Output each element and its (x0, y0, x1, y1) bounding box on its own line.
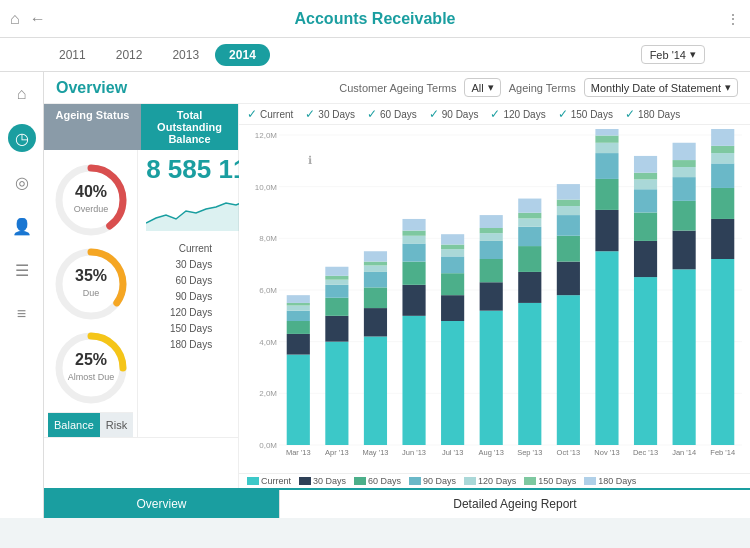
topbar: ⌂ ← Accounts Receivable ⋮ (0, 0, 750, 38)
year-tabs: 2011 2012 2013 2014 Feb '14 ▾ (0, 38, 750, 72)
bar-chart-area (239, 125, 750, 473)
month-select[interactable]: Feb '14 ▾ (641, 45, 705, 64)
sidebar-home-icon[interactable]: ⌂ (8, 80, 36, 108)
total-outstanding-header: Total Outstanding Balance (141, 104, 238, 150)
year-tab-2013[interactable]: 2013 (158, 44, 213, 66)
svg-text:Due: Due (82, 288, 99, 298)
balance-tab[interactable]: Balance (48, 413, 100, 437)
legend-30days: ✓ 30 Days (305, 107, 355, 121)
home-icon[interactable]: ⌂ (10, 10, 20, 28)
sidebar: ⌂ ◷ ◎ 👤 ☰ ≡ (0, 72, 44, 518)
right-panel: ✓ Current ✓ 30 Days ✓ 60 Days ✓ 90 Days … (239, 104, 750, 488)
ageing-terms2-label: Ageing Terms (509, 82, 576, 94)
legend-180days: ✓ 180 Days (625, 107, 680, 121)
ageing-terms-label: Customer Ageing Terms (339, 82, 456, 94)
year-tab-2012[interactable]: 2012 (102, 44, 157, 66)
content-area: Overview Customer Ageing Terms All ▾ Age… (44, 72, 750, 518)
chevron-down-icon: ▾ (690, 48, 696, 61)
legend-120days: ✓ 120 Days (490, 107, 545, 121)
legend-150days: ✓ 150 Days (558, 107, 613, 121)
footer-tabs: Overview Detailed Ageing Report (44, 488, 750, 518)
chevron-down-icon: ▾ (725, 81, 731, 94)
panels: Ageing Status Total Outstanding Balance (44, 104, 750, 488)
footer-tab-overview[interactable]: Overview (44, 490, 279, 518)
year-tab-2014[interactable]: 2014 (215, 44, 270, 66)
sidebar-user-icon[interactable]: 👤 (8, 212, 36, 240)
sidebar-clock-icon[interactable]: ◷ (8, 124, 36, 152)
sidebar-list-icon[interactable]: ☰ (8, 256, 36, 284)
svg-text:40%: 40% (75, 183, 107, 200)
footer-tab-detailed[interactable]: Detailed Ageing Report (279, 490, 750, 518)
ageing-terms-select[interactable]: All ▾ (464, 78, 500, 97)
content-header: Overview Customer Ageing Terms All ▾ Age… (44, 72, 750, 104)
svg-text:25%: 25% (75, 351, 107, 368)
legend-current: ✓ Current (247, 107, 293, 121)
year-tab-2011[interactable]: 2011 (45, 44, 100, 66)
left-panel: Ageing Status Total Outstanding Balance (44, 104, 239, 488)
almost-due-gauge: 25% Almost Due (51, 328, 131, 408)
svg-text:Overdue: Overdue (73, 204, 108, 214)
bar-chart-canvas (243, 129, 746, 473)
svg-text:Almost Due: Almost Due (67, 372, 114, 382)
legend-60days: ✓ 60 Days (367, 107, 417, 121)
chevron-down-icon: ▾ (488, 81, 494, 94)
nav-icons: ⌂ ← (10, 10, 46, 28)
overdue-gauge: 40% Overdue (51, 160, 131, 240)
ageing-status-header: Ageing Status (44, 104, 141, 150)
back-icon[interactable]: ← (30, 10, 46, 28)
section-title: Overview (56, 79, 127, 97)
svg-text:35%: 35% (75, 267, 107, 284)
chart-swatch-legend: Current 30 Days 60 Days 90 Days 120 Days (239, 473, 750, 488)
page-title: Accounts Receivable (295, 10, 456, 28)
panel-header-row: Ageing Status Total Outstanding Balance (44, 104, 238, 150)
legend-90days: ✓ 90 Days (429, 107, 479, 121)
sidebar-compass-icon[interactable]: ◎ (8, 168, 36, 196)
ageing-terms2-select[interactable]: Monthly Date of Statement ▾ (584, 78, 738, 97)
main-content: ⌂ ◷ ◎ 👤 ☰ ≡ Overview Customer Ageing Ter… (0, 72, 750, 518)
due-gauge: 35% Due (51, 244, 131, 324)
corner-menu-icon[interactable]: ⋮ (726, 11, 740, 27)
risk-tab[interactable]: Risk (100, 413, 133, 437)
sidebar-menu-icon[interactable]: ≡ (8, 300, 36, 328)
filter-row: Customer Ageing Terms All ▾ Ageing Terms… (339, 78, 738, 97)
